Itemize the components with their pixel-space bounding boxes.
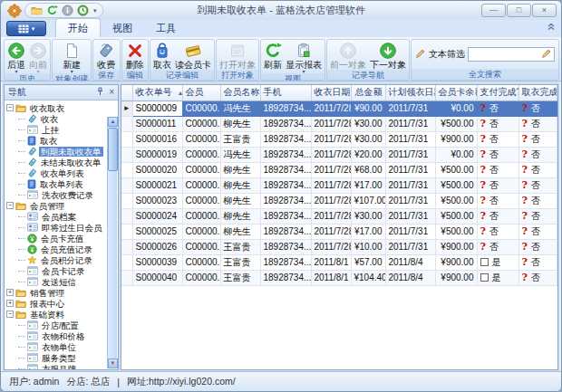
tree-item[interactable]: 会员充值记录 xyxy=(18,244,106,254)
tree-line xyxy=(18,184,25,185)
panel-close-icon[interactable]: × xyxy=(109,88,114,97)
close-button[interactable]: × xyxy=(532,4,557,17)
column-header-8[interactable]: 支付完成? xyxy=(477,85,518,100)
tree-item[interactable]: 会员档案 xyxy=(18,211,106,222)
bag-button[interactable]: 取衣 xyxy=(151,41,173,70)
column-header-7[interactable]: 会员卡余额 xyxy=(435,85,477,100)
tree-scrollbar[interactable]: ▲ ▼ xyxy=(107,117,117,368)
refresh-button[interactable]: 刷新 xyxy=(262,41,284,70)
tree-item[interactable]: 收衣 xyxy=(18,113,106,124)
column-header-0[interactable]: 收衣单号▲ xyxy=(132,85,182,100)
scroll-up-icon[interactable]: ▲ xyxy=(108,117,118,127)
column-header-1[interactable]: 会员 xyxy=(182,85,220,100)
column-header-6[interactable]: 计划领衣日期 xyxy=(385,85,435,100)
tree-item[interactable]: 到期未取收衣单 xyxy=(18,146,106,157)
tree-item[interactable]: 洗衣收费记录 xyxy=(18,189,106,200)
table-row[interactable]: S0000020C00000...柳先生18928734...2011/7/28… xyxy=(121,162,557,177)
table-row[interactable]: S0000011C00000...柳先生18928734...2011/7/28… xyxy=(121,116,557,131)
column-header-3[interactable]: 手机 xyxy=(260,85,311,100)
table-row[interactable]: ►S0000009C00000...冯先生18928734...2011/7/2… xyxy=(121,100,557,116)
tab-view[interactable]: 视图 xyxy=(101,19,144,37)
maximize-button[interactable]: □ xyxy=(507,4,531,17)
qat-dropdown-icon[interactable]: ▾ xyxy=(93,7,97,14)
tree-item[interactable]: 会员卡记录 xyxy=(18,265,106,276)
expand-toggle-icon[interactable]: + xyxy=(6,300,14,307)
tree-item[interactable]: 取衣单列表 xyxy=(18,178,106,189)
minimize-button[interactable]: — xyxy=(481,4,506,17)
refresh-icon[interactable] xyxy=(45,5,58,17)
text-filter-input[interactable] xyxy=(470,50,541,60)
column-header-2[interactable]: 会员名称 xyxy=(220,85,260,100)
tab-tools[interactable]: 工具 xyxy=(144,19,188,37)
cell: 18928734... xyxy=(260,239,311,254)
expand-toggle-icon[interactable]: + xyxy=(6,289,14,296)
table-row[interactable]: S0000024C00000...柳先生18928734...2011/7/28… xyxy=(121,208,557,224)
table-row[interactable]: S0000040C00000...王富贵18928734...2011/8/1¥… xyxy=(121,270,557,285)
table-row[interactable]: S0000039C00000...王富贵18928734...2011/8/1¥… xyxy=(121,254,557,270)
table-row[interactable]: S0000023C00000...柳先生18928734...2011/7/28… xyxy=(121,193,557,208)
tree-item[interactable]: +销售管理 xyxy=(6,287,106,298)
table-row[interactable]: S0000016C00000...王富贵18928734...2011/7/28… xyxy=(121,131,557,147)
tree-item[interactable]: −会员管理 xyxy=(6,200,106,211)
tree-item[interactable]: 收衣单列表 xyxy=(18,167,106,178)
new-button[interactable]: 新建▾ xyxy=(61,41,82,73)
tree-item[interactable]: 取衣 xyxy=(18,135,106,146)
table-row[interactable]: S0000026C00000...王富贵18928734...2011/7/28… xyxy=(121,239,557,254)
tree-item[interactable]: −收衣取衣 xyxy=(6,102,106,113)
tree-item[interactable]: 衣物和价格 xyxy=(18,330,106,341)
column-header-4[interactable]: 收衣日期 xyxy=(311,85,351,100)
column-header-5[interactable]: 总金额 xyxy=(351,85,385,100)
orders-table: 收衣单号▲会员会员名称手机收衣日期总金额计划领衣日期会员卡余额支付完成?取衣完成… xyxy=(121,85,557,286)
tree-item[interactable]: −基础资料 xyxy=(6,309,106,320)
collapse-toggle-icon[interactable]: − xyxy=(6,311,14,318)
openobj-icon xyxy=(228,42,247,60)
report-button[interactable]: 显示报表▾ xyxy=(284,41,324,73)
tree-item[interactable]: 衣服品牌 xyxy=(18,363,106,369)
card-button[interactable]: 读会员卡 xyxy=(173,41,213,70)
tree-item[interactable]: 会员卡充值 xyxy=(18,233,106,244)
column-header-label: 手机 xyxy=(264,87,282,97)
app-menu-button[interactable]: ▾ xyxy=(6,21,46,36)
collapse-toggle-icon[interactable]: − xyxy=(6,202,14,209)
column-header-9[interactable]: 取衣完成? xyxy=(518,85,557,100)
table-row[interactable]: S0000019C00000...冯先生18928734...2011/7/28… xyxy=(121,147,557,162)
back-button[interactable]: 后退▾ xyxy=(5,41,27,73)
tree-item[interactable]: 分店/配置 xyxy=(18,320,106,330)
tree-item[interactable]: 服务类型 xyxy=(18,352,106,363)
folder-icon[interactable] xyxy=(30,5,43,17)
delete-button[interactable]: 删除 xyxy=(124,41,146,70)
cell: ¥17.00 xyxy=(351,224,385,239)
scroll-down-icon[interactable]: ▼ xyxy=(108,359,118,368)
tree-item[interactable]: 会员积分记录 xyxy=(18,254,106,265)
pickup-status-cell: ?否 xyxy=(518,131,557,147)
info-icon[interactable] xyxy=(61,5,73,17)
openobj-button[interactable]: 打开对象 xyxy=(218,41,257,70)
question-icon: ? xyxy=(480,164,486,176)
cell: S0000024 xyxy=(132,208,182,224)
table-row[interactable]: S0000025C00000...柳先生18928734...2011/7/28… xyxy=(121,224,557,239)
tree-item[interactable]: +报表中心 xyxy=(6,298,106,309)
tree-item[interactable]: 即将过生日会员 xyxy=(18,222,106,233)
question-icon: ? xyxy=(480,179,486,191)
next-button[interactable]: 下一对象 xyxy=(368,41,408,70)
tree-item[interactable]: 发送短信 xyxy=(18,276,106,287)
pin-icon[interactable] xyxy=(96,87,104,98)
cell: 2011/7/31 xyxy=(385,100,435,116)
forward-button[interactable]: 向前▾ xyxy=(27,41,49,73)
prev-button[interactable]: 前一对象 xyxy=(328,41,368,70)
charge-button[interactable]: 收费 xyxy=(95,41,117,70)
row-indicator-cell xyxy=(121,147,132,162)
tree-item[interactable]: 衣物单位 xyxy=(18,341,106,352)
clock-icon[interactable] xyxy=(76,5,89,17)
tree-item[interactable]: 未结未取收衣单 xyxy=(18,157,106,167)
cell: ¥10.00 xyxy=(351,239,385,254)
collapse-toggle-icon[interactable]: − xyxy=(6,104,14,111)
tree-item[interactable]: 上挂 xyxy=(18,124,106,135)
tree-item-label: 到期未取收衣单 xyxy=(39,147,103,157)
table-row[interactable]: S0000021C00000...柳先生18928734...2011/7/28… xyxy=(121,177,557,193)
ribbon-collapse-icon[interactable] xyxy=(547,18,556,34)
checkbox-icon[interactable] xyxy=(480,258,489,266)
tab-home[interactable]: 开始 xyxy=(55,18,101,37)
checkbox-icon[interactable] xyxy=(480,273,489,282)
scrollbar-thumb[interactable] xyxy=(108,128,118,171)
